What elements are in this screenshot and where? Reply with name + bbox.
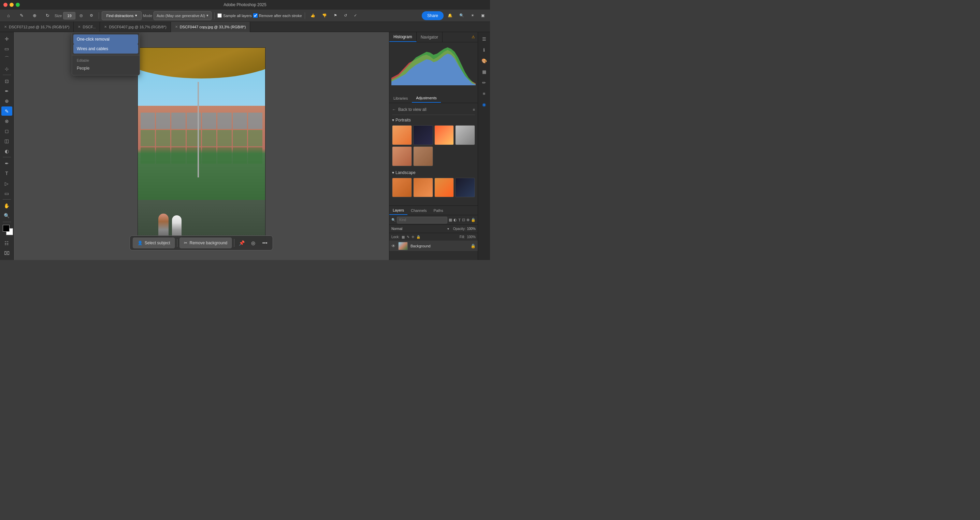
dropdown-people[interactable]: People — [72, 64, 140, 73]
layers-search-input[interactable] — [397, 217, 447, 224]
layers-filter-kind-icon[interactable]: ▦ — [449, 218, 452, 222]
dropdown-one-click[interactable]: One-click removal — [73, 35, 138, 44]
size-input[interactable] — [63, 12, 75, 19]
mode-dropdown[interactable]: Auto (May use generative AI) ▾ — [154, 11, 212, 20]
lock-pixels-icon[interactable]: ▦ — [402, 235, 405, 239]
tool-select-rect[interactable]: ▭ — [2, 44, 12, 53]
panel-menu-icon[interactable]: ≡ — [473, 108, 475, 111]
tab-adjustments[interactable]: Adjustments — [412, 94, 441, 103]
close-button[interactable] — [3, 3, 8, 7]
tool-extra-2[interactable]: ⌧ — [2, 249, 12, 258]
search-button[interactable]: 🔍 — [457, 11, 467, 20]
tab-0[interactable]: ✕ DSCF0712.psd @ 16,7% (RGB/16*) — [0, 22, 74, 32]
lock-all-icon[interactable]: 🔒 — [416, 235, 420, 239]
window-button[interactable]: ▣ — [479, 11, 487, 20]
sample-all-layers-checkbox[interactable] — [217, 13, 222, 18]
tab-histogram[interactable]: Histogram — [389, 32, 417, 42]
find-distractions-button[interactable]: Find distractions ▾ — [102, 11, 141, 20]
foreground-color[interactable] — [3, 225, 10, 232]
tool-move[interactable]: ✛ — [2, 34, 12, 43]
sample-all-layers-check[interactable]: Sample all layers — [217, 13, 252, 18]
layer-visibility-icon[interactable]: 👁 — [391, 243, 396, 248]
tool-text[interactable]: T — [2, 169, 12, 178]
tab-1[interactable]: ✕ DSCF... — [74, 22, 100, 32]
portrait-thumb-4[interactable] — [455, 125, 475, 145]
remove-after-stroke-checkbox[interactable] — [253, 13, 258, 18]
tool-heal[interactable]: ⊕ — [2, 97, 12, 106]
tool-dodge[interactable]: ◐ — [2, 146, 12, 156]
tool-clone[interactable]: ⊗ — [2, 116, 12, 126]
tab-paths[interactable]: Paths — [430, 206, 447, 215]
minimize-button[interactable] — [10, 3, 14, 7]
tool-zoom[interactable]: 🔍 — [2, 211, 12, 220]
tool-hand[interactable]: ✋ — [2, 201, 12, 210]
tool-crop[interactable]: ⊡ — [2, 76, 12, 86]
tab-3[interactable]: ✕ DSCF0447 copy.jpg @ 33,3% (RGB/8*) — [171, 22, 250, 32]
lock-move-icon[interactable]: ✛ — [412, 235, 414, 239]
pressure-button[interactable]: ◎ — [77, 11, 86, 20]
target-button[interactable]: ⊕ — [29, 11, 40, 20]
blend-mode-arrow[interactable]: ▾ — [447, 227, 449, 231]
layers-filter-lock-icon[interactable]: 🔒 — [471, 218, 476, 222]
settings-button[interactable]: ⚙ — [87, 11, 96, 20]
portrait-thumb-3[interactable] — [434, 125, 454, 145]
tool-lasso[interactable]: ⌒ — [2, 54, 12, 64]
portrait-thumb-5[interactable] — [392, 146, 412, 166]
circle-button[interactable]: ◎ — [248, 238, 258, 248]
tool-eraser[interactable]: ◻ — [2, 127, 12, 136]
tab-close-3[interactable]: ✕ — [175, 25, 178, 29]
color-swatches[interactable] — [1, 225, 13, 235]
tool-eyedropper[interactable]: ✒ — [2, 86, 12, 95]
back-to-view-all[interactable]: ← Back to view all ≡ — [392, 106, 475, 115]
brush-button[interactable]: ✎ — [16, 11, 27, 20]
layers-filter-smart-icon[interactable]: ⊗ — [466, 218, 469, 222]
layers-filter-text-icon[interactable]: T — [458, 218, 461, 222]
tab-2[interactable]: ✕ DSCF6407.jpg @ 16,7% (RGB/8*) — [100, 22, 170, 32]
tab-close-1[interactable]: ✕ — [78, 25, 81, 29]
home-button[interactable]: ⌂ — [3, 11, 14, 20]
canvas-area[interactable]: One-click removal Wires and cables Edita… — [14, 32, 389, 260]
flag-button[interactable]: ⚑ — [331, 11, 340, 20]
tool-extra-1[interactable]: ☷ — [2, 239, 12, 248]
tool-gradient[interactable]: ◫ — [2, 137, 12, 146]
tool-path-select[interactable]: ▷ — [2, 179, 12, 188]
ri-edit-btn[interactable]: ✏ — [479, 78, 489, 87]
ri-layers-btn[interactable]: ≡ — [479, 89, 489, 98]
tab-close-2[interactable]: ✕ — [104, 25, 107, 29]
landscape-thumb-4[interactable] — [455, 178, 475, 197]
refresh-button[interactable]: ↻ — [41, 11, 53, 20]
landscape-thumb-3[interactable] — [434, 178, 454, 197]
tool-magic-wand[interactable]: ⊹ — [2, 64, 12, 73]
tab-layers[interactable]: Layers — [389, 206, 407, 215]
tab-navigator[interactable]: Navigator — [417, 32, 442, 42]
ri-target-btn[interactable]: ◉ — [479, 100, 489, 109]
tab-libraries[interactable]: Libraries — [389, 94, 412, 103]
ri-info-btn[interactable]: ℹ — [479, 45, 489, 55]
layers-filter-shape-icon[interactable]: ⊡ — [462, 218, 465, 222]
ri-color-btn[interactable]: 🎨 — [479, 56, 489, 65]
thumbs-up-button[interactable]: 👍 — [308, 11, 318, 20]
layers-filter-adj-icon[interactable]: ◐ — [453, 218, 457, 222]
theme-button[interactable]: ☀ — [468, 11, 477, 20]
thumbs-down-button[interactable]: 👎 — [320, 11, 329, 20]
lock-brush-icon[interactable]: ✎ — [407, 235, 409, 239]
tab-close-0[interactable]: ✕ — [4, 25, 7, 29]
portrait-thumb-6[interactable] — [413, 146, 433, 166]
layer-background[interactable]: 👁 Background 🔒 — [389, 240, 478, 251]
landscape-thumb-1[interactable] — [392, 178, 412, 197]
undo-button[interactable]: ↺ — [341, 11, 350, 20]
confirm-button[interactable]: ✓ — [351, 11, 360, 20]
landscape-collapse-icon[interactable]: ▾ — [392, 170, 394, 175]
remove-background-button[interactable]: ✂ Remove background — [179, 237, 232, 248]
portrait-thumb-1[interactable] — [392, 125, 412, 145]
tool-brush[interactable]: ✎ — [2, 107, 12, 116]
dropdown-wires-cables[interactable]: Wires and cables — [73, 44, 138, 54]
more-button[interactable]: ••• — [260, 238, 270, 248]
portrait-thumb-2[interactable] — [413, 125, 433, 145]
select-subject-button[interactable]: 👤 Select subject — [133, 237, 175, 248]
ri-grid-btn[interactable]: ▦ — [479, 67, 489, 76]
notifications-button[interactable]: 🔔 — [445, 11, 455, 20]
tool-shape[interactable]: ▭ — [2, 189, 12, 198]
tab-channels[interactable]: Channels — [407, 206, 430, 215]
landscape-thumb-2[interactable] — [413, 178, 433, 197]
